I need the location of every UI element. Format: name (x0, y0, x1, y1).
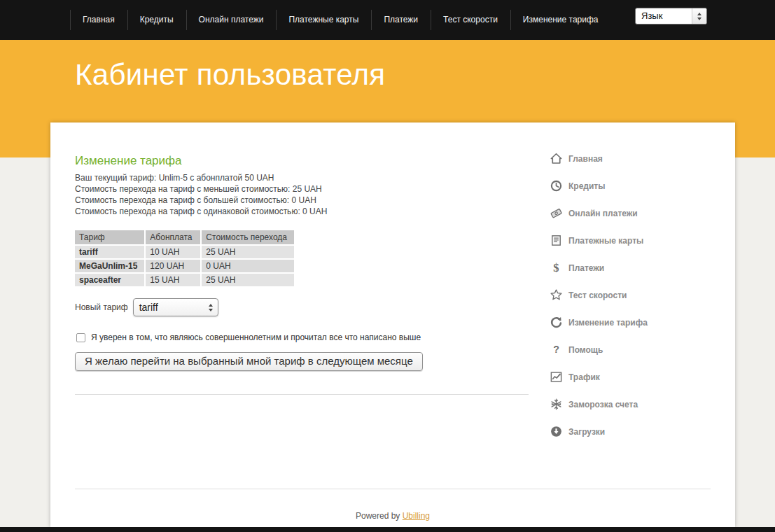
bottom-window-edge (0, 527, 775, 532)
ticket-icon (550, 206, 563, 220)
table-row: spaceafter15 UAH25 UAH (75, 274, 294, 286)
sidebar-item-label: Тест скорости (568, 290, 627, 300)
tariff-table-body: tariff10 UAH25 UAHMeGaUnlim-15120 UAH0 U… (75, 246, 294, 286)
download-icon (550, 425, 563, 438)
table-cell: 15 UAH (146, 274, 200, 286)
select-spinner-icon[interactable] (692, 8, 706, 24)
chevron-up-icon (209, 304, 213, 307)
sidebar-item-label: Загрузки (568, 427, 605, 437)
sidebar-item-ticket[interactable]: Онлайн платежи (550, 200, 711, 227)
clock-icon (550, 179, 563, 192)
table-cell: 25 UAH (202, 246, 294, 258)
chart-icon (550, 370, 563, 384)
info-line: Стоимость перехода на тариф с одинаковой… (75, 206, 529, 217)
table-header-cell: Стоимость перехода (202, 230, 294, 244)
nav-item-7[interactable]: Изменение тарифа (510, 0, 611, 40)
sidebar-item-label: Трафик (568, 372, 600, 382)
sidebar-item-label: Главная (568, 154, 603, 164)
question-icon (550, 343, 563, 356)
ubilling-link[interactable]: Ubilling (403, 511, 430, 521)
sidebar-item-label: Онлайн платежи (568, 209, 638, 218)
new-tariff-row: Новый тариф tariff (75, 298, 529, 316)
sidebar-item-dollar[interactable]: Платежи (550, 254, 711, 281)
change-tariff-button[interactable]: Я желаю перейти на выбранный мной тариф … (75, 352, 423, 371)
info-line: Ваш текущий тариф: Unlim-5 с абонплатой … (75, 172, 529, 183)
confirm-row: Я уверен в том, что являюсь совершенноле… (75, 332, 529, 342)
sidebar-item-label: Заморозка счета (568, 400, 638, 410)
table-header-cell: Абонплата (146, 230, 200, 244)
section-heading: Изменение тарифа (75, 154, 529, 168)
language-select[interactable]: Язык (635, 8, 707, 24)
new-tariff-select[interactable]: tariff (133, 298, 218, 316)
table-cell: tariff (75, 246, 144, 258)
sidebar-item-label: Кредиты (568, 181, 605, 191)
tariff-table: ТарифАбонплатаСтоимость перехода tariff1… (74, 229, 295, 288)
table-cell: 0 UAH (202, 260, 294, 272)
tariff-info: Ваш текущий тариф: Unlim-5 с абонплатой … (75, 172, 529, 217)
confirm-checkbox-label[interactable]: Я уверен в том, что являюсь совершенноле… (91, 332, 421, 342)
page-title: Кабинет пользователя (0, 40, 775, 92)
top-navbar: ГлавнаяКредитыОнлайн платежиПлатежные ка… (0, 0, 775, 40)
info-line: Стоимость перехода на тариф с меньшей ст… (75, 183, 529, 195)
confirm-checkbox[interactable] (76, 333, 85, 342)
sidebar-item-home[interactable]: Главная (550, 145, 711, 172)
footer-text: Powered by (356, 511, 403, 521)
sidebar-item-clock[interactable]: Кредиты (550, 172, 711, 200)
sidebar-item-label: Изменение тарифа (568, 318, 648, 328)
chevron-up-icon (697, 13, 701, 15)
sidebar-item-star[interactable]: Тест скорости (550, 281, 711, 309)
sidebar-item-download[interactable]: Загрузки (550, 418, 711, 445)
main-column: Изменение тарифа Ваш текущий тариф: Unli… (75, 154, 550, 489)
document-icon (550, 234, 563, 247)
sidebar-item-refresh[interactable]: Изменение тарифа (550, 309, 711, 336)
main-divider (75, 394, 529, 395)
table-header-cell: Тариф (75, 230, 144, 244)
sidebar-item-label: Помощь (568, 345, 603, 355)
table-row: tariff10 UAH25 UAH (75, 246, 294, 258)
nav-item-2[interactable]: Кредиты (127, 0, 186, 40)
language-select-value: Язык (636, 8, 692, 24)
tariff-table-header-row: ТарифАбонплатаСтоимость перехода (75, 230, 294, 244)
snowflake-icon (550, 398, 563, 411)
home-icon (550, 152, 563, 165)
footer: Powered by Ubilling (75, 511, 711, 521)
table-cell: 120 UAH (146, 260, 200, 272)
sidebar-item-document[interactable]: Платежные карты (550, 227, 711, 254)
sidebar-item-question[interactable]: Помощь (550, 336, 711, 363)
sidebar-menu: ГлавнаяКредитыОнлайн платежиПлатежные ка… (550, 145, 711, 489)
sidebar-item-chart[interactable]: Трафик (550, 363, 711, 391)
nav-item-5[interactable]: Платежи (371, 0, 431, 40)
content-card: Изменение тарифа Ваш текущий тариф: Unli… (50, 122, 735, 527)
nav-item-6[interactable]: Тест скорости (431, 0, 510, 40)
table-cell: 25 UAH (202, 274, 294, 286)
sidebar-item-label: Платежи (568, 263, 604, 273)
table-row: MeGaUnlim-15120 UAH0 UAH (75, 260, 294, 272)
info-line: Стоимость перехода на тариф с большей ст… (75, 195, 529, 206)
sidebar-item-snowflake[interactable]: Заморозка счета (550, 391, 711, 418)
new-tariff-label: Новый тариф (75, 302, 128, 312)
footer-divider (75, 489, 711, 489)
table-cell: 10 UAH (146, 246, 200, 258)
nav-item-1[interactable]: Главная (70, 0, 127, 40)
chevron-down-icon (209, 309, 213, 312)
refresh-icon (550, 316, 563, 329)
table-cell: spaceafter (75, 274, 144, 286)
select-spinner-icon[interactable] (204, 304, 218, 312)
chevron-down-icon (697, 18, 701, 20)
sidebar-item-label: Платежные карты (568, 236, 643, 246)
nav-item-4[interactable]: Платежные карты (276, 0, 371, 40)
nav-item-3[interactable]: Онлайн платежи (186, 0, 277, 40)
new-tariff-select-value: tariff (134, 302, 204, 313)
dollar-icon (550, 261, 563, 274)
table-cell: MeGaUnlim-15 (75, 260, 144, 272)
star-icon (550, 288, 563, 302)
